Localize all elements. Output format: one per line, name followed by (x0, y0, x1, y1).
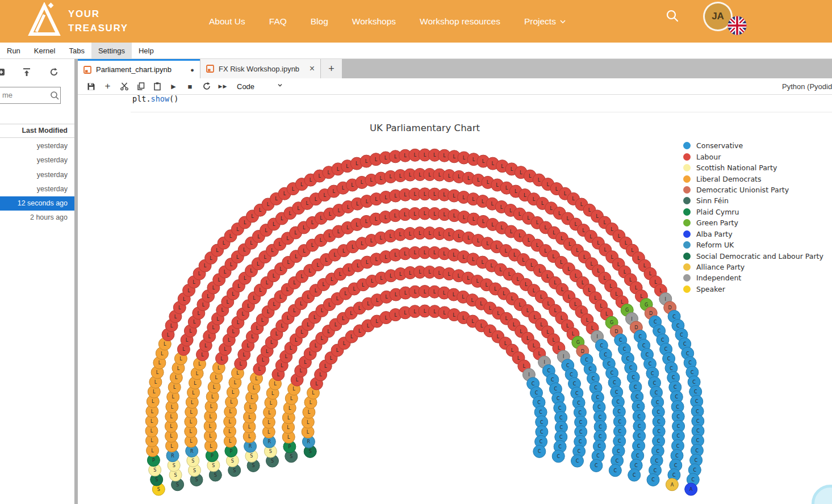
menubar-item-tabs[interactable]: Tabs (62, 43, 91, 58)
site-logo[interactable]: YOUR TREASURY (25, 2, 128, 37)
logo-triangle-icon (25, 2, 61, 37)
filter-search-icon (50, 91, 60, 103)
unsaved-changes-dot: ● (190, 66, 194, 73)
menubar-item-help[interactable]: Help (132, 43, 161, 58)
nav-item-workshop-resources[interactable]: Workshop resources (420, 16, 500, 27)
restart-run-all-button[interactable]: ▶▶ (215, 79, 231, 94)
legend-label: Green Party (696, 219, 738, 227)
legend-label: Liberal Democrats (696, 175, 762, 183)
legend-item-reform_uk: Reform UK (683, 240, 823, 250)
nav-item-blog[interactable]: Blog (311, 16, 328, 27)
paste-cells-button[interactable] (149, 79, 165, 94)
file-filter-text: me (2, 91, 12, 99)
chevron-down-icon[interactable] (276, 81, 284, 91)
file-row-modified[interactable]: yesterday (0, 153, 74, 167)
cell-type-dropdown[interactable]: Code (237, 82, 254, 91)
legend-label: Plaid Cymru (696, 208, 739, 216)
legend-item-plaid_cymru: Plaid Cymru (683, 207, 823, 217)
legend-label: Reform UK (696, 241, 734, 249)
menubar-item-settings[interactable]: Settings (91, 43, 132, 58)
legend-label: Democratic Unionist Party (696, 186, 789, 194)
tab-fx-risk-workshop[interactable]: FX Risk Workshop.ipynb × (200, 59, 321, 78)
nav-item-about-us[interactable]: About Us (209, 16, 245, 27)
logo-line2: TREASURY (68, 22, 128, 36)
code-token: plt. (132, 94, 151, 103)
legend-item-snp: Scottish National Party (683, 162, 823, 173)
legend-marker (683, 241, 691, 249)
legend-item-sdlp: Social Democratic and Labour Party (683, 250, 823, 261)
avatar-initials: JA (712, 11, 724, 22)
file-filter-input[interactable]: me (0, 87, 61, 104)
legend-label: Labour (696, 153, 721, 161)
legend-marker (683, 219, 691, 226)
file-row-modified[interactable]: 12 seconds ago (0, 196, 74, 211)
logo-line1: YOUR (68, 7, 128, 22)
upload-icon[interactable] (22, 67, 32, 77)
legend-label: Sinn Féin (696, 196, 729, 205)
notebook-icon (83, 66, 91, 74)
run-cell-button[interactable]: ▶ (165, 79, 182, 94)
header-search-button[interactable] (666, 9, 679, 25)
code-cell-line[interactable]: plt.show() (132, 94, 178, 103)
legend-item-dup: Democratic Unionist Party (683, 184, 823, 195)
cell-divider (131, 112, 832, 112)
legend-label: Speaker (696, 285, 725, 293)
legend-marker (683, 197, 691, 204)
nav-item-workshops[interactable]: Workshops (352, 16, 396, 27)
legend-marker (683, 274, 691, 282)
legend-label: Alba Party (696, 230, 733, 238)
legend-marker (683, 142, 691, 149)
legend-item-liberal_democrats: Liberal Democrats (683, 173, 823, 184)
legend-marker (683, 175, 691, 183)
legend-marker (683, 263, 691, 271)
new-tab-button[interactable]: + (321, 59, 342, 78)
nav-item-projects[interactable]: Projects (524, 16, 566, 27)
column-header-last-modified[interactable]: Last Modified (0, 124, 74, 138)
file-row-modified[interactable]: 2 hours ago (0, 211, 74, 225)
legend-label: Independent (696, 274, 741, 282)
insert-cell-button[interactable]: + (99, 79, 116, 94)
uk-flag-icon[interactable] (728, 16, 747, 35)
close-icon[interactable]: × (310, 64, 315, 73)
legend-item-labour: Labour (683, 151, 823, 162)
save-button[interactable] (83, 79, 99, 94)
menubar-item-kernel[interactable]: Kernel (27, 43, 62, 58)
legend-item-independent: Independent (683, 272, 823, 283)
file-list: yesterdayyesterdayyesterdayyesterday12 s… (0, 139, 74, 225)
notebook-icon (206, 65, 214, 73)
legend-label: Social Democratic and Labour Party (696, 252, 823, 261)
chart-legend: ConservativeLabourScottish National Part… (683, 140, 823, 295)
refresh-icon[interactable] (49, 67, 59, 77)
tab-parliament-chart[interactable]: Parliament_chart.ipynb ● (78, 59, 200, 78)
new-launcher-button[interactable] (0, 67, 6, 77)
restart-kernel-button[interactable] (198, 79, 215, 94)
file-row-modified[interactable]: yesterday (0, 139, 74, 153)
legend-label: Scottish National Party (696, 163, 777, 172)
chart-title: UK Parliamentary Chart (370, 123, 480, 133)
file-row-modified[interactable]: yesterday (0, 168, 74, 182)
cut-cells-button[interactable] (116, 79, 132, 94)
legend-marker (683, 153, 691, 161)
kernel-name[interactable]: Python (Pyodide) (782, 82, 832, 91)
legend-marker (683, 253, 691, 260)
file-browser-sidebar: me Last Modified yesterdayyesterdayyeste… (0, 59, 74, 504)
code-token-function: show (151, 94, 170, 103)
notebook-toolbar: + ▶ ■ ▶▶ Code Python (Pyodide) (78, 78, 832, 95)
site-header: YOUR TREASURY About UsFAQBlogWorkshopsWo… (0, 0, 832, 43)
site-nav: About UsFAQBlogWorkshopsWorkshop resourc… (209, 0, 566, 43)
legend-item-speaker: Speaker (683, 284, 823, 295)
sidebar-splitter[interactable] (74, 59, 78, 504)
stop-kernel-button[interactable]: ■ (182, 79, 198, 94)
menubar-item-run[interactable]: Run (0, 43, 27, 58)
copy-cells-button[interactable] (132, 79, 149, 94)
legend-marker (683, 164, 691, 171)
file-row-modified[interactable]: yesterday (0, 182, 74, 196)
jupyter-menubar: RunKernelTabsSettingsHelp (0, 43, 832, 59)
legend-item-alliance: Alliance Party (683, 262, 823, 272)
legend-label: Conservative (696, 141, 743, 150)
legend-marker (683, 285, 691, 293)
legend-item-green: Green Party (683, 217, 823, 228)
nav-item-faq[interactable]: FAQ (269, 16, 287, 27)
search-icon (666, 9, 679, 23)
legend-marker (683, 208, 691, 216)
